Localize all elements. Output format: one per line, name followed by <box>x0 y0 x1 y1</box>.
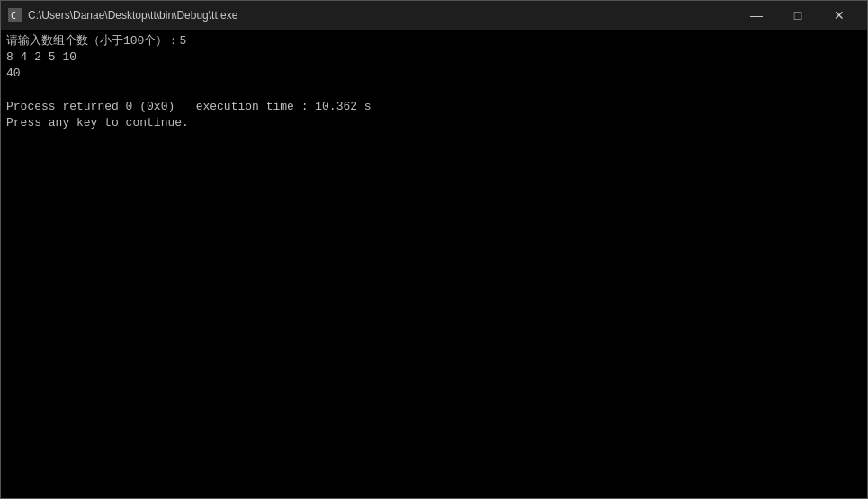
console-line: Process returned 0 (0x0) execution time … <box>6 99 862 115</box>
console-line: Press any key to continue. <box>6 115 862 131</box>
maximize-button[interactable]: □ <box>777 1 819 30</box>
window-title: C:\Users\Danae\Desktop\tt\bin\Debug\tt.e… <box>28 9 237 22</box>
close-button[interactable]: ✕ <box>819 1 860 30</box>
title-bar-left: C C:\Users\Danae\Desktop\tt\bin\Debug\tt… <box>8 8 237 22</box>
title-bar: C C:\Users\Danae\Desktop\tt\bin\Debug\tt… <box>1 1 867 30</box>
svg-text:C: C <box>11 11 16 21</box>
terminal-icon: C <box>8 8 22 22</box>
minimize-button[interactable]: — <box>736 1 777 30</box>
console-line: 40 <box>6 66 862 82</box>
app-window: C C:\Users\Danae\Desktop\tt\bin\Debug\tt… <box>0 0 868 499</box>
console-line: 8 4 2 5 10 <box>6 49 862 66</box>
console-line <box>6 83 862 99</box>
title-bar-controls: — □ ✕ <box>736 1 860 30</box>
console-output: 请输入数组个数（小于100个）：58 4 2 5 1040Process ret… <box>1 30 867 498</box>
console-line: 请输入数组个数（小于100个）：5 <box>6 33 862 49</box>
